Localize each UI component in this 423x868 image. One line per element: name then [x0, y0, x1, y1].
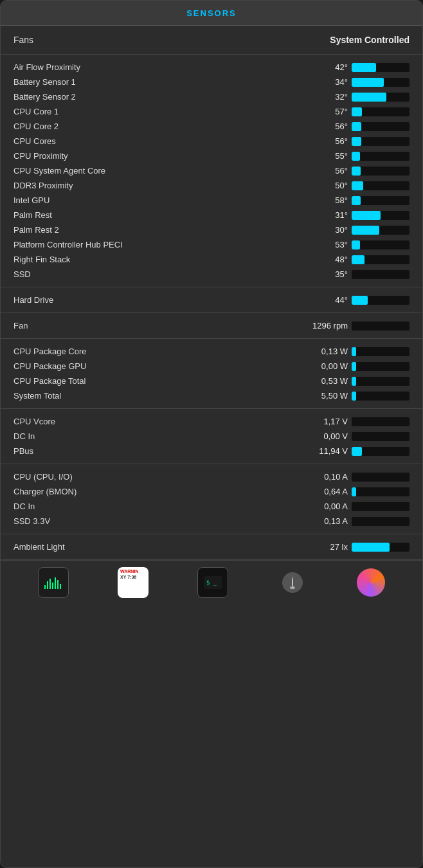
temp-right: 35° — [300, 269, 410, 279]
temp-label: Palm Rest 2 — [14, 225, 300, 235]
temp-right: 32° — [300, 92, 410, 102]
fans-header: Fans System Controlled — [14, 31, 410, 49]
temp-row: CPU Core 157° — [14, 104, 410, 119]
svg-rect-5 — [57, 580, 59, 589]
svg-rect-0 — [44, 585, 46, 589]
temp-value: 34° — [300, 77, 348, 87]
temp-label: Right Fin Stack — [14, 255, 300, 264]
fans-value: System Controlled — [330, 35, 410, 45]
temp-label: CPU System Agent Core — [14, 166, 300, 176]
temp-label: Platform Controller Hub PECI — [14, 240, 300, 249]
toolbar-console[interactable]: WARNIN XY 7:36 — [118, 567, 148, 598]
temp-right: 56° — [300, 136, 410, 146]
power-row: CPU Package Core0,13 W — [14, 344, 410, 359]
temp-bar — [352, 78, 410, 87]
hard-drive-row: Hard Drive 44° — [14, 293, 410, 307]
ambient-section: Ambient Light 27 lx — [1, 534, 422, 560]
ambient-value: 27 lx — [300, 542, 348, 552]
temp-value: 32° — [300, 92, 348, 102]
temp-label: Air Flow Proximity — [14, 62, 300, 72]
temp-value: 30° — [300, 225, 348, 235]
temp-right: 31° — [300, 210, 410, 220]
hard-drive-bar-fill — [352, 296, 368, 305]
svg-point-10 — [290, 586, 295, 589]
power-label: CPU Package GPU — [14, 361, 300, 371]
fan-value: 1296 rpm — [300, 321, 348, 330]
temp-bar-fill — [352, 152, 360, 161]
temp-bar-fill — [352, 78, 384, 87]
temp-bar-fill — [352, 122, 361, 131]
temp-row: CPU Proximity55° — [14, 149, 410, 163]
hard-drive-bar — [352, 296, 410, 305]
hard-drive-value: 44° — [300, 295, 348, 305]
temp-row: Palm Rest31° — [14, 208, 410, 222]
temp-row: DDR3 Proximity50° — [14, 178, 410, 193]
power-label: CPU Package Core — [14, 347, 300, 356]
temp-bar-fill — [352, 167, 361, 176]
temp-bar — [352, 167, 410, 176]
temp-label: CPU Core 1 — [14, 107, 300, 116]
temp-row: Right Fin Stack48° — [14, 252, 410, 267]
temp-bar — [352, 226, 410, 235]
svg-rect-4 — [55, 577, 56, 589]
temp-value: 56° — [300, 136, 348, 146]
temp-label: CPU Proximity — [14, 151, 300, 161]
power-section: CPU Package Core0,13 WCPU Package GPU0,0… — [1, 339, 422, 409]
temp-bar — [352, 196, 410, 205]
fan-right: 1296 rpm — [300, 321, 410, 330]
svg-text:$ _: $ _ — [206, 579, 217, 586]
temp-bar-fill — [352, 211, 381, 220]
power-row: CPU Package GPU0,00 W — [14, 359, 410, 374]
temp-bar-fill — [352, 226, 379, 235]
temp-label: Intel GPU — [14, 195, 300, 205]
toolbar-activity[interactable] — [38, 567, 69, 598]
svg-rect-2 — [50, 579, 51, 589]
temp-bar — [352, 152, 410, 161]
fan-rpm-section: Fan 1296 rpm — [1, 313, 422, 339]
power-row: CPU Package Total0,53 W — [14, 374, 410, 388]
temp-bar — [352, 63, 410, 72]
ambient-bar — [352, 543, 410, 552]
temp-label: Palm Rest — [14, 210, 300, 220]
svg-rect-3 — [52, 583, 53, 589]
temp-bar-fill — [352, 93, 386, 102]
temp-value: 48° — [300, 255, 348, 264]
temp-bar — [352, 255, 410, 264]
ambient-row: Ambient Light 27 lx — [14, 539, 410, 554]
temp-right: 50° — [300, 181, 410, 190]
temp-row: Intel GPU58° — [14, 193, 410, 208]
fans-section: Fans System Controlled — [1, 26, 422, 55]
temp-label: DDR3 Proximity — [14, 181, 300, 190]
temp-value: 53° — [300, 240, 348, 249]
temp-row: CPU System Agent Core56° — [14, 163, 410, 178]
hard-drive-section: Hard Drive 44° — [1, 287, 422, 313]
window-title: SENSORS — [186, 8, 237, 18]
temp-row: Battery Sensor 232° — [14, 89, 410, 104]
toolbar-terminal[interactable]: $ _ — [197, 567, 228, 598]
temp-bar — [352, 93, 410, 102]
toolbar: WARNIN XY 7:36 $ _ — [1, 560, 422, 604]
svg-rect-6 — [60, 584, 61, 589]
temp-bar-fill — [352, 137, 361, 146]
temp-right: 56° — [300, 166, 410, 176]
temp-right: 42° — [300, 62, 410, 72]
voltage-row: PBus11,94 V — [14, 444, 410, 458]
temp-value: 35° — [300, 269, 348, 279]
temp-bar-fill — [352, 240, 360, 249]
temp-right: 30° — [300, 225, 410, 235]
temp-right: 57° — [300, 107, 410, 116]
temperature-section: Air Flow Proximity42°Battery Sensor 134°… — [1, 55, 422, 287]
temp-value: 55° — [300, 151, 348, 161]
ambient-label: Ambient Light — [14, 542, 300, 552]
toolbar-app4[interactable] — [277, 567, 308, 598]
temp-right: 56° — [300, 122, 410, 131]
temp-right: 34° — [300, 77, 410, 87]
temp-value: 56° — [300, 166, 348, 176]
temp-row: Battery Sensor 134° — [14, 75, 410, 89]
temp-right: 48° — [300, 255, 410, 264]
sensors-window: SENSORS Fans System Controlled Air Flow … — [0, 0, 423, 868]
temp-row: CPU Cores56° — [14, 134, 410, 149]
current-row: Charger (BMON)0,64 A — [14, 484, 410, 499]
ambient-bar-fill — [352, 543, 390, 552]
toolbar-app5[interactable] — [357, 568, 385, 597]
